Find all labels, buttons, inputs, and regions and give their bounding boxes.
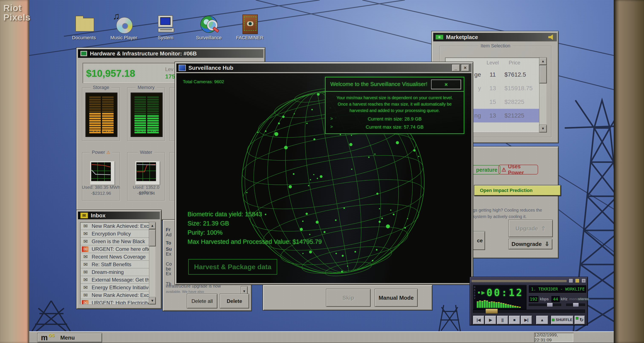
play-button[interactable]: ▶ <box>485 315 496 324</box>
pause-button[interactable]: || <box>497 315 508 324</box>
inbox-item[interactable]: ✉URGENT: Come here often? <box>80 245 149 253</box>
seek-bar[interactable] <box>473 309 585 313</box>
inbox-titlebar[interactable]: ✉ Inbox <box>78 212 160 219</box>
inbox-item[interactable]: ✉Green is the New Black <box>80 238 149 245</box>
water-cost: -$278.54 <box>128 191 164 196</box>
repeat-button[interactable]: ↻ <box>574 315 585 324</box>
bitrate-unit: kbps <box>540 297 549 301</box>
balance-slider[interactable] <box>566 303 585 306</box>
clutter-bar[interactable]: OAIDV <box>474 286 476 299</box>
inbox-item[interactable]: ✉URGENT: High Electricity Usage <box>80 299 149 304</box>
icon-label: Music Player <box>108 35 140 41</box>
power-label: Power ⚠ <box>90 150 112 155</box>
level-value: 175 <box>165 73 175 80</box>
shuffle-button[interactable]: SHUFFLE <box>551 315 574 324</box>
harvest-package-button[interactable]: Harvest & Package data <box>188 259 277 275</box>
samplerate-unit: kHz <box>561 297 568 301</box>
previous-button[interactable]: |◀ <box>473 315 484 324</box>
skip-button[interactable]: Skip <box>326 289 370 307</box>
player-close-button[interactable]: × <box>582 279 586 283</box>
close-button[interactable]: × <box>461 64 469 72</box>
inbox-item[interactable]: ✉Recent News Coverage <box>80 253 149 261</box>
inbox-item[interactable]: ✉External Message: Get the edge... <box>80 276 149 284</box>
music-player-window: × OAIDV ▶ 00:12 1. TEKRIDER - WORKLIFE (… <box>470 277 588 325</box>
inbox-item-subject: External Message: Get the edge... <box>92 277 149 283</box>
volume-slider[interactable] <box>529 303 561 306</box>
scroll-down-button[interactable]: ▼ <box>149 297 156 304</box>
inbox-item-subject: Energy Efficiency Initiative Upd... <box>92 284 149 290</box>
inbox-item[interactable]: ✉Encryption Policy <box>80 230 149 238</box>
downgrade-button[interactable]: Downgrade⇩ <box>508 239 552 249</box>
surveillance-hub-titlebar[interactable]: Surveillance Hub _ × <box>176 64 472 72</box>
hub-window-icon <box>178 65 186 71</box>
inbox-item-subject: URGENT: High Electricity Usage <box>92 300 149 305</box>
music-player-icon: ♫ <box>114 14 134 34</box>
documents-icon <box>74 14 94 34</box>
samplerate-value: 44 <box>551 296 560 302</box>
warning-icon: ⚠ <box>502 167 506 173</box>
item-price: $28225 <box>504 99 539 105</box>
email-field-label: To <box>166 240 171 246</box>
inbox-scrollbar[interactable]: ▲ ▼ <box>149 222 155 304</box>
eject-button[interactable]: ▲ <box>536 315 548 324</box>
power-used: Used: 380.35 MWh <box>80 185 122 190</box>
inbox-item[interactable]: ✉New Rank Achieved: Excavato... <box>80 222 149 230</box>
minimize-button[interactable]: _ <box>452 64 460 72</box>
water-graph <box>135 161 160 185</box>
playback-time: 00:12 <box>486 287 524 298</box>
desktop-icon-faceminer[interactable]: FACEMINER <box>234 14 266 44</box>
inbox-item[interactable]: ✉Energy Efficiency Initiative Upd... <box>80 284 149 291</box>
open-impact-prediction-button[interactable]: Open Impact Prediction <box>474 185 561 196</box>
uses-power-badge: ⚠Uses Power <box>498 165 538 174</box>
desktop-icon-surveillance[interactable]: Surveillance <box>193 14 225 44</box>
harvest-stat-line: Max Harvested and Processed Value: $1479… <box>188 237 322 246</box>
stop-button[interactable]: ■ <box>509 315 520 324</box>
desktop-icon-system[interactable]: System <box>150 14 182 44</box>
start-menu-button[interactable]: mOS Menu <box>37 333 102 342</box>
monitor-icon <box>80 51 87 57</box>
desktop-icon-music-player[interactable]: ♫Music Player <box>108 14 140 44</box>
mono-indicator: mono <box>569 297 579 301</box>
marketplace-titlebar[interactable]: Marketplace <box>433 33 557 41</box>
desktop-icon-documents[interactable]: Documents <box>68 14 100 44</box>
track-title-marquee[interactable]: 1. TEKRIDER - WORKLIFE (3:48) <box>529 285 586 293</box>
inbox-item[interactable]: ✉New Rank Achieved: Excavato... <box>80 291 149 299</box>
price-column-header: Price <box>509 60 520 66</box>
envelope-icon: ✉ <box>82 231 89 237</box>
marketplace-scrollbar[interactable]: ▲ ▼ <box>539 57 546 132</box>
speaker-icon[interactable] <box>548 34 555 40</box>
inbox-item[interactable]: ✉Dream-mining <box>80 268 149 276</box>
delete-button[interactable]: Delete <box>220 294 249 308</box>
scroll-up-button[interactable]: ▲ <box>539 57 547 65</box>
delete-all-button[interactable]: Delete all <box>187 294 217 308</box>
harvest-stats: Biometric data yield: 15843Size: 21.39 G… <box>188 210 322 246</box>
upgrade-button[interactable]: Upgrade⇧ <box>508 220 553 237</box>
envelope-icon: ✉ <box>82 292 89 298</box>
harvest-stat-line: Size: 21.39 GB <box>188 219 322 228</box>
next-button[interactable]: ▶| <box>520 315 532 324</box>
scroll-thumb[interactable] <box>539 65 547 83</box>
dialog-close-button[interactable]: × <box>431 80 461 89</box>
memory-group: Memory 0.5 / 1 TB <box>127 88 165 141</box>
player-titlebar[interactable]: × <box>472 279 586 283</box>
inbox-item-subject: Green is the New Black <box>92 238 145 244</box>
window-inbox: ✉ Inbox ✉New Rank Achieved: Excavato...✉… <box>76 210 162 309</box>
player-minimize-button[interactable] <box>569 279 573 283</box>
bitrate-value: 192 <box>529 296 538 302</box>
surveillance-icon <box>198 14 219 34</box>
scroll-thumb[interactable] <box>149 229 156 246</box>
email-field-label: Ad <box>166 232 172 238</box>
envelope-icon: ✉ <box>82 269 89 275</box>
titlebar-grip <box>472 279 567 282</box>
scroll-down-button[interactable]: ▼ <box>539 125 547 132</box>
inbox-item[interactable]: ✉Re: Staff Benefits <box>80 261 149 268</box>
scroll-up-button[interactable]: ▲ <box>149 222 156 229</box>
envelope-icon: ✉ <box>82 285 89 290</box>
spectrum-analyzer[interactable] <box>477 300 521 308</box>
downgrade-arrow-icon: ⇩ <box>545 241 550 247</box>
seek-thumb[interactable] <box>486 309 498 314</box>
player-shade-button[interactable] <box>575 279 580 283</box>
hardware-monitor-titlebar[interactable]: Hardware & Infrastructure Monitor: #06B <box>78 49 264 58</box>
inbox-list: ✉New Rank Achieved: Excavato...✉Encrypti… <box>80 222 149 304</box>
manual-mode-button[interactable]: Manual Mode <box>375 289 418 307</box>
